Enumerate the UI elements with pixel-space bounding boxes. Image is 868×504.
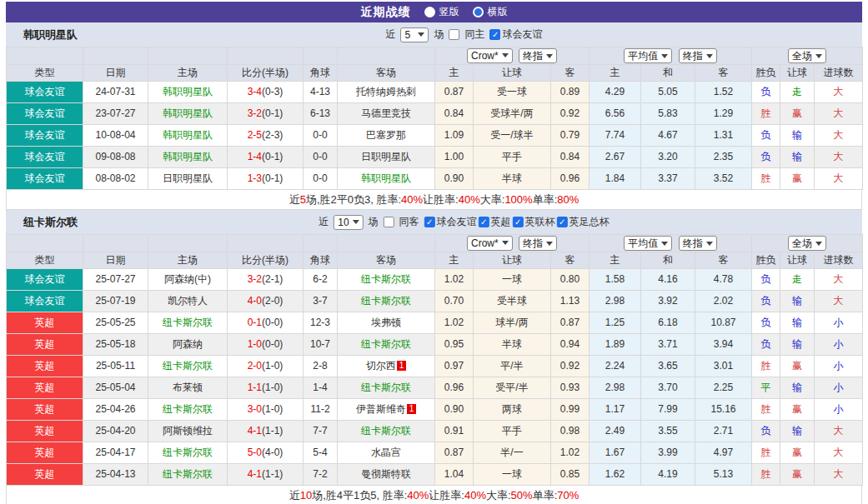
league-checkbox[interactable] bbox=[513, 217, 524, 227]
odds-company-select[interactable]: Crow* bbox=[467, 48, 513, 63]
match-row: 球会友谊 09-08-08 韩职明星队 1-4(0-1) 0-0 日职明星队 1… bbox=[7, 147, 863, 168]
result-goals: 大 bbox=[815, 82, 863, 103]
league-checkboxes: 球会友谊 bbox=[488, 27, 542, 42]
league-checkbox-label: 英足总杯 bbox=[569, 215, 610, 229]
match-date: 24-07-31 bbox=[83, 82, 148, 103]
league-checkbox[interactable] bbox=[557, 217, 568, 227]
score-cell: 3-2(2-1) bbox=[228, 269, 304, 291]
score-cell: 1-4(0-1) bbox=[228, 147, 304, 168]
odds-home: 0.96 bbox=[435, 377, 474, 399]
league-filter: 英联杯 bbox=[511, 215, 555, 229]
home-team-name: 纽卡斯尔联 bbox=[163, 317, 213, 328]
odds-handicap: 一球 bbox=[474, 269, 551, 291]
odds-away: 0.80 bbox=[551, 269, 590, 291]
section-header: 纽卡斯尔联 近 10 场 同客 球会友谊 英超 英联杯 英足总杯 bbox=[6, 210, 862, 234]
score-cell: 4-1(1-1) bbox=[228, 464, 304, 486]
avg-home: 6.56 bbox=[590, 103, 641, 125]
panel-title: 近期战绩 bbox=[361, 5, 411, 20]
match-row: 球会友谊 24-07-31 韩职明星队 3-4(0-3) 4-13 托特纳姆热刺… bbox=[7, 82, 863, 103]
odds-stage-select[interactable]: 终指 bbox=[519, 236, 557, 251]
summary-part: 场,胜2平0负3, 胜率: bbox=[306, 192, 401, 207]
away-team-name: 韩职明星队 bbox=[361, 172, 411, 184]
odds-company-select[interactable]: Crow* bbox=[467, 236, 513, 251]
odds-handicap: 半球 bbox=[474, 168, 551, 190]
league-checkbox-label: 球会友谊 bbox=[502, 27, 542, 42]
result-winloss: 胜 bbox=[752, 168, 780, 190]
avg-stage-select[interactable]: 终指 bbox=[679, 48, 717, 63]
avg-draw: 5.05 bbox=[641, 82, 695, 103]
match-row: 英超 25-05-04 布莱顿 1-1(1-0) 1-4 纽卡斯尔联 0.96 … bbox=[7, 377, 863, 399]
avg-type-select[interactable]: 平均值 bbox=[624, 236, 672, 251]
same-side-checkbox[interactable] bbox=[449, 29, 459, 40]
result-handicap: 输 bbox=[780, 334, 815, 356]
odds-home: 0.95 bbox=[435, 334, 474, 356]
same-side-label: 同主 bbox=[464, 27, 484, 42]
match-date: 25-04-26 bbox=[83, 399, 148, 421]
odds-home: 0.97 bbox=[435, 356, 474, 377]
recent-count-select[interactable]: 5 bbox=[400, 27, 429, 42]
league-checkbox[interactable] bbox=[424, 217, 435, 227]
odds-home: 1.02 bbox=[435, 269, 474, 291]
match-row: 英超 25-05-25 纽卡斯尔联 0-1(0-0) 12-3 埃弗顿 1.02… bbox=[7, 312, 863, 334]
odds-away: 1.02 bbox=[551, 442, 590, 464]
odds-away: 0.87 bbox=[551, 312, 590, 334]
chevron-down-icon bbox=[661, 242, 668, 246]
halftime-score: (0-1) bbox=[262, 172, 283, 184]
summary-part: 50% bbox=[511, 489, 533, 502]
games-label: 场 bbox=[369, 215, 379, 229]
scope-group: 全场 bbox=[752, 47, 863, 65]
odds-home: 0.87 bbox=[435, 442, 474, 464]
summary-part: 近 bbox=[289, 488, 300, 503]
avg-home: 1.67 bbox=[590, 442, 641, 464]
result-handicap: 输 bbox=[780, 147, 815, 168]
result-winloss: 胜 bbox=[752, 103, 780, 125]
league-checkbox[interactable] bbox=[489, 29, 500, 40]
team-section: 纽卡斯尔联 近 10 场 同客 球会友谊 英超 英联杯 英足总杯 bbox=[6, 210, 862, 504]
result-goals: 小 bbox=[815, 334, 863, 356]
home-team-name: 韩职明星队 bbox=[163, 107, 213, 119]
scope-select[interactable]: 全场 bbox=[788, 236, 826, 251]
match-date: 25-04-17 bbox=[83, 442, 148, 464]
home-team-name: 阿森纳(中) bbox=[164, 273, 211, 285]
result-winloss: 负 bbox=[752, 125, 780, 147]
away-team-cell: 托特纳姆热刺 bbox=[338, 82, 435, 103]
recent-results-panel: 近期战绩 竖版 横版 韩职明星队 近 5 场 同主 球会友谊 bbox=[0, 0, 868, 504]
home-team-cell: 纽卡斯尔联 bbox=[148, 312, 228, 334]
result-goals: 大 bbox=[815, 269, 863, 291]
league-checkbox-label: 英超 bbox=[491, 215, 511, 229]
result-goals: 大 bbox=[815, 103, 863, 125]
home-team-cell: 阿森纳 bbox=[148, 334, 228, 356]
same-side-checkbox[interactable] bbox=[384, 217, 394, 227]
away-team-cell: 埃弗顿 bbox=[338, 312, 435, 334]
result-goals: 大 bbox=[815, 442, 863, 464]
odds-stage-select[interactable]: 终指 bbox=[519, 48, 557, 63]
recent-count-value: 10 bbox=[338, 217, 349, 228]
result-handicap: 赢 bbox=[780, 356, 815, 377]
summary-part: 100% bbox=[504, 193, 532, 206]
avg-stage-select[interactable]: 终指 bbox=[679, 236, 717, 251]
match-date: 08-08-02 bbox=[83, 168, 148, 190]
avg-away: 2.02 bbox=[695, 291, 752, 312]
match-row: 球会友谊 23-07-27 韩职明星队 3-2(0-1) 6-13 马德里竞技 … bbox=[7, 103, 863, 125]
odds-handicap: 半/一 bbox=[474, 442, 551, 464]
odds-away: 0.96 bbox=[551, 168, 590, 190]
fulltime-score: 4-1 bbox=[248, 425, 262, 437]
radio-horizontal-icon[interactable] bbox=[473, 7, 484, 17]
corner-cell: 0-0 bbox=[304, 125, 338, 147]
result-winloss: 负 bbox=[752, 421, 780, 442]
match-row: 英超 25-04-13 纽卡斯尔联 4-1(1-1) 7-2 曼彻斯特联 1.0… bbox=[7, 464, 863, 486]
home-team-name: 凯尔特人 bbox=[168, 295, 208, 307]
match-date: 25-07-19 bbox=[83, 291, 148, 312]
radio-vertical-icon[interactable] bbox=[424, 7, 435, 17]
recent-count-select[interactable]: 10 bbox=[334, 215, 363, 230]
avg-type-select[interactable]: 平均值 bbox=[624, 48, 672, 63]
fulltime-score: 3-2 bbox=[248, 273, 262, 285]
league-checkbox[interactable] bbox=[479, 217, 489, 227]
odds-handicap: 球半/两 bbox=[474, 312, 551, 334]
scope-select[interactable]: 全场 bbox=[788, 48, 826, 63]
summary-part: 大率: bbox=[486, 488, 511, 503]
result-handicap: 赢 bbox=[780, 399, 815, 421]
match-date: 23-07-27 bbox=[83, 103, 148, 125]
home-team-cell: 日职明星队 bbox=[148, 168, 228, 190]
chevron-down-icon bbox=[706, 242, 713, 246]
